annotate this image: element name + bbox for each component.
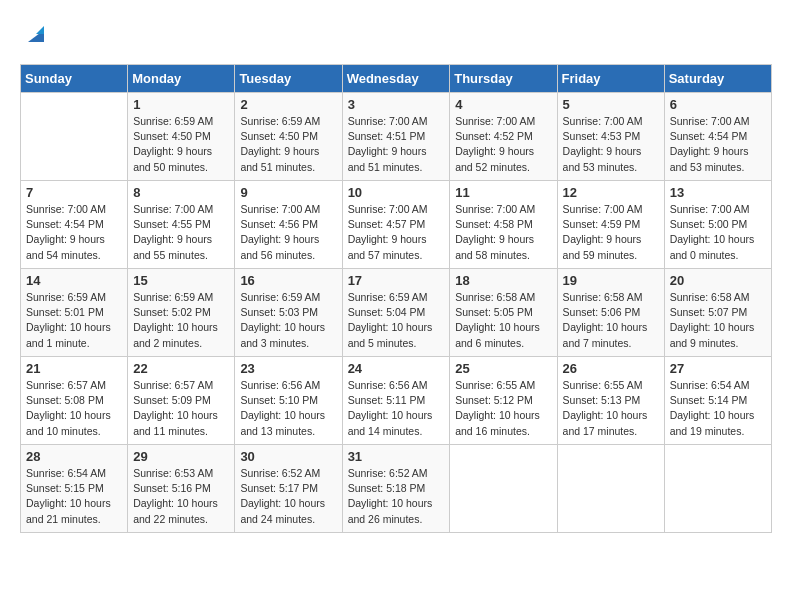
day-number: 8: [133, 185, 229, 200]
day-number: 23: [240, 361, 336, 376]
calendar-cell: 9Sunrise: 7:00 AMSunset: 4:56 PMDaylight…: [235, 181, 342, 269]
day-number: 17: [348, 273, 445, 288]
calendar-cell: [557, 445, 664, 533]
calendar-cell: 2Sunrise: 6:59 AMSunset: 4:50 PMDaylight…: [235, 93, 342, 181]
day-info: Sunrise: 7:00 AMSunset: 4:54 PMDaylight:…: [26, 202, 122, 263]
calendar-table: SundayMondayTuesdayWednesdayThursdayFrid…: [20, 64, 772, 533]
day-number: 12: [563, 185, 659, 200]
day-info: Sunrise: 6:54 AMSunset: 5:15 PMDaylight:…: [26, 466, 122, 527]
day-info: Sunrise: 7:00 AMSunset: 4:55 PMDaylight:…: [133, 202, 229, 263]
day-info: Sunrise: 6:54 AMSunset: 5:14 PMDaylight:…: [670, 378, 766, 439]
day-info: Sunrise: 6:59 AMSunset: 5:04 PMDaylight:…: [348, 290, 445, 351]
day-info: Sunrise: 7:00 AMSunset: 4:56 PMDaylight:…: [240, 202, 336, 263]
day-number: 13: [670, 185, 766, 200]
day-number: 14: [26, 273, 122, 288]
day-info: Sunrise: 6:59 AMSunset: 5:01 PMDaylight:…: [26, 290, 122, 351]
week-row-1: 1Sunrise: 6:59 AMSunset: 4:50 PMDaylight…: [21, 93, 772, 181]
day-info: Sunrise: 7:00 AMSunset: 4:54 PMDaylight:…: [670, 114, 766, 175]
day-info: Sunrise: 6:55 AMSunset: 5:13 PMDaylight:…: [563, 378, 659, 439]
calendar-cell: 25Sunrise: 6:55 AMSunset: 5:12 PMDayligh…: [450, 357, 557, 445]
day-number: 9: [240, 185, 336, 200]
week-row-3: 14Sunrise: 6:59 AMSunset: 5:01 PMDayligh…: [21, 269, 772, 357]
calendar-cell: [664, 445, 771, 533]
calendar-cell: 22Sunrise: 6:57 AMSunset: 5:09 PMDayligh…: [128, 357, 235, 445]
calendar-cell: 19Sunrise: 6:58 AMSunset: 5:06 PMDayligh…: [557, 269, 664, 357]
calendar-header: SundayMondayTuesdayWednesdayThursdayFrid…: [21, 65, 772, 93]
calendar-cell: [450, 445, 557, 533]
day-info: Sunrise: 6:52 AMSunset: 5:18 PMDaylight:…: [348, 466, 445, 527]
day-number: 19: [563, 273, 659, 288]
day-info: Sunrise: 6:56 AMSunset: 5:11 PMDaylight:…: [348, 378, 445, 439]
day-number: 29: [133, 449, 229, 464]
day-info: Sunrise: 6:59 AMSunset: 4:50 PMDaylight:…: [240, 114, 336, 175]
day-info: Sunrise: 7:00 AMSunset: 4:53 PMDaylight:…: [563, 114, 659, 175]
weekday-row: SundayMondayTuesdayWednesdayThursdayFrid…: [21, 65, 772, 93]
calendar-cell: 12Sunrise: 7:00 AMSunset: 4:59 PMDayligh…: [557, 181, 664, 269]
calendar-cell: 21Sunrise: 6:57 AMSunset: 5:08 PMDayligh…: [21, 357, 128, 445]
weekday-header-monday: Monday: [128, 65, 235, 93]
day-info: Sunrise: 6:59 AMSunset: 5:03 PMDaylight:…: [240, 290, 336, 351]
weekday-header-friday: Friday: [557, 65, 664, 93]
day-number: 7: [26, 185, 122, 200]
calendar-cell: 24Sunrise: 6:56 AMSunset: 5:11 PMDayligh…: [342, 357, 450, 445]
day-info: Sunrise: 6:58 AMSunset: 5:06 PMDaylight:…: [563, 290, 659, 351]
day-number: 27: [670, 361, 766, 376]
day-number: 15: [133, 273, 229, 288]
week-row-2: 7Sunrise: 7:00 AMSunset: 4:54 PMDaylight…: [21, 181, 772, 269]
day-number: 2: [240, 97, 336, 112]
calendar-cell: 11Sunrise: 7:00 AMSunset: 4:58 PMDayligh…: [450, 181, 557, 269]
calendar-cell: 18Sunrise: 6:58 AMSunset: 5:05 PMDayligh…: [450, 269, 557, 357]
day-info: Sunrise: 7:00 AMSunset: 4:57 PMDaylight:…: [348, 202, 445, 263]
day-info: Sunrise: 6:58 AMSunset: 5:05 PMDaylight:…: [455, 290, 551, 351]
calendar-cell: 5Sunrise: 7:00 AMSunset: 4:53 PMDaylight…: [557, 93, 664, 181]
day-number: 22: [133, 361, 229, 376]
day-number: 6: [670, 97, 766, 112]
calendar-cell: 10Sunrise: 7:00 AMSunset: 4:57 PMDayligh…: [342, 181, 450, 269]
calendar-cell: 3Sunrise: 7:00 AMSunset: 4:51 PMDaylight…: [342, 93, 450, 181]
calendar-cell: 31Sunrise: 6:52 AMSunset: 5:18 PMDayligh…: [342, 445, 450, 533]
day-info: Sunrise: 6:57 AMSunset: 5:09 PMDaylight:…: [133, 378, 229, 439]
day-info: Sunrise: 7:00 AMSunset: 4:58 PMDaylight:…: [455, 202, 551, 263]
calendar-cell: 6Sunrise: 7:00 AMSunset: 4:54 PMDaylight…: [664, 93, 771, 181]
calendar-cell: 1Sunrise: 6:59 AMSunset: 4:50 PMDaylight…: [128, 93, 235, 181]
weekday-header-tuesday: Tuesday: [235, 65, 342, 93]
calendar-cell: 27Sunrise: 6:54 AMSunset: 5:14 PMDayligh…: [664, 357, 771, 445]
day-number: 28: [26, 449, 122, 464]
day-info: Sunrise: 7:00 AMSunset: 5:00 PMDaylight:…: [670, 202, 766, 263]
week-row-5: 28Sunrise: 6:54 AMSunset: 5:15 PMDayligh…: [21, 445, 772, 533]
day-number: 11: [455, 185, 551, 200]
day-info: Sunrise: 6:55 AMSunset: 5:12 PMDaylight:…: [455, 378, 551, 439]
day-number: 20: [670, 273, 766, 288]
header: [20, 20, 772, 54]
calendar-cell: 29Sunrise: 6:53 AMSunset: 5:16 PMDayligh…: [128, 445, 235, 533]
day-info: Sunrise: 6:52 AMSunset: 5:17 PMDaylight:…: [240, 466, 336, 527]
day-info: Sunrise: 6:53 AMSunset: 5:16 PMDaylight:…: [133, 466, 229, 527]
weekday-header-saturday: Saturday: [664, 65, 771, 93]
logo: [20, 20, 50, 54]
calendar-cell: 8Sunrise: 7:00 AMSunset: 4:55 PMDaylight…: [128, 181, 235, 269]
day-number: 4: [455, 97, 551, 112]
calendar-cell: 16Sunrise: 6:59 AMSunset: 5:03 PMDayligh…: [235, 269, 342, 357]
calendar-cell: 30Sunrise: 6:52 AMSunset: 5:17 PMDayligh…: [235, 445, 342, 533]
day-number: 18: [455, 273, 551, 288]
day-number: 16: [240, 273, 336, 288]
week-row-4: 21Sunrise: 6:57 AMSunset: 5:08 PMDayligh…: [21, 357, 772, 445]
day-info: Sunrise: 6:58 AMSunset: 5:07 PMDaylight:…: [670, 290, 766, 351]
calendar-cell: [21, 93, 128, 181]
calendar-cell: 23Sunrise: 6:56 AMSunset: 5:10 PMDayligh…: [235, 357, 342, 445]
day-number: 5: [563, 97, 659, 112]
calendar-cell: 26Sunrise: 6:55 AMSunset: 5:13 PMDayligh…: [557, 357, 664, 445]
day-number: 26: [563, 361, 659, 376]
calendar-cell: 15Sunrise: 6:59 AMSunset: 5:02 PMDayligh…: [128, 269, 235, 357]
calendar-cell: 4Sunrise: 7:00 AMSunset: 4:52 PMDaylight…: [450, 93, 557, 181]
calendar-cell: 20Sunrise: 6:58 AMSunset: 5:07 PMDayligh…: [664, 269, 771, 357]
weekday-header-wednesday: Wednesday: [342, 65, 450, 93]
weekday-header-sunday: Sunday: [21, 65, 128, 93]
weekday-header-thursday: Thursday: [450, 65, 557, 93]
day-info: Sunrise: 7:00 AMSunset: 4:52 PMDaylight:…: [455, 114, 551, 175]
day-info: Sunrise: 7:00 AMSunset: 4:51 PMDaylight:…: [348, 114, 445, 175]
logo-icon: [22, 20, 50, 48]
day-number: 30: [240, 449, 336, 464]
calendar-cell: 28Sunrise: 6:54 AMSunset: 5:15 PMDayligh…: [21, 445, 128, 533]
calendar-body: 1Sunrise: 6:59 AMSunset: 4:50 PMDaylight…: [21, 93, 772, 533]
